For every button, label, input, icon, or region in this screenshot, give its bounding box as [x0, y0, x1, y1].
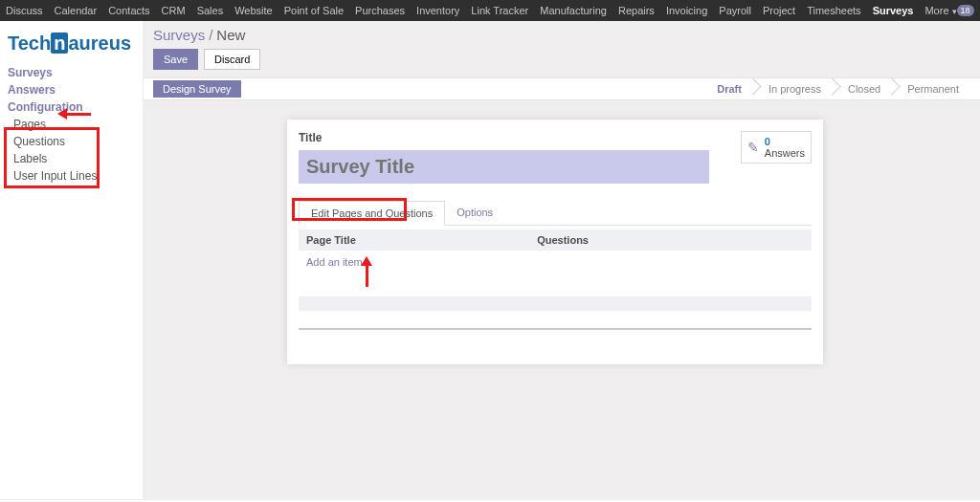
- form-canvas: Title ✎ 0 Answers Edit Pages and Questio…: [144, 100, 980, 499]
- messaging-badge[interactable]: 18: [957, 5, 974, 16]
- discard-button[interactable]: Discard: [204, 49, 260, 70]
- menu-surveys[interactable]: Surveys: [873, 5, 914, 16]
- topbar-right: 18 21 🐞 Administrator (test): [957, 4, 980, 17]
- edit-icon: ✎: [747, 140, 759, 155]
- menu-manufacturing[interactable]: Manufacturing: [540, 5, 607, 16]
- breadcrumb-root[interactable]: Surveys: [153, 27, 205, 43]
- save-button[interactable]: Save: [153, 49, 198, 70]
- sidebar-item-questions[interactable]: Questions: [8, 133, 135, 150]
- sidebar: Technaureus Surveys Answers Configuratio…: [0, 21, 144, 499]
- sidebar-item-pages[interactable]: Pages: [8, 116, 135, 133]
- sidebar-item-labels[interactable]: Labels: [8, 150, 135, 167]
- survey-title-input[interactable]: [299, 150, 709, 184]
- stage-in-progress[interactable]: In progress: [753, 77, 833, 100]
- top-menu: Discuss Calendar Contacts CRM Sales Webs…: [6, 5, 957, 16]
- menu-more[interactable]: More ▾: [924, 5, 956, 16]
- menu-timesheets[interactable]: Timesheets: [807, 5, 860, 16]
- stage-draft[interactable]: Draft: [702, 77, 753, 100]
- menu-calendar[interactable]: Calendar: [55, 5, 98, 16]
- answers-count: 0: [765, 136, 805, 147]
- stage-permanent[interactable]: Permanent: [892, 77, 970, 100]
- answers-label: Answers: [765, 147, 805, 159]
- top-navbar: Discuss Calendar Contacts CRM Sales Webs…: [0, 0, 980, 21]
- menu-sales[interactable]: Sales: [197, 5, 224, 16]
- menu-website[interactable]: Website: [234, 5, 273, 16]
- menu-contacts[interactable]: Contacts: [108, 5, 149, 16]
- menu-discuss[interactable]: Discuss: [6, 5, 43, 16]
- menu-pos[interactable]: Point of Sale: [284, 5, 344, 16]
- answers-counter-button[interactable]: ✎ 0 Answers: [741, 131, 812, 164]
- menu-project[interactable]: Project: [763, 5, 795, 16]
- col-questions: Questions: [529, 229, 812, 251]
- breadcrumb-current: New: [216, 27, 245, 43]
- menu-payroll[interactable]: Payroll: [719, 5, 751, 16]
- sidebar-item-user-input-lines[interactable]: User Input Lines: [8, 167, 135, 185]
- tab-options[interactable]: Options: [445, 201, 504, 225]
- menu-purchases[interactable]: Purchases: [355, 5, 405, 16]
- stage-closed[interactable]: Closed: [833, 77, 892, 100]
- form-sheet: Title ✎ 0 Answers Edit Pages and Questio…: [287, 120, 823, 364]
- sidebar-item-answers[interactable]: Answers: [8, 81, 135, 98]
- main-area: Surveys / New Save Discard Design Survey…: [144, 21, 980, 499]
- breadcrumb: Surveys / New: [144, 21, 980, 45]
- menu-repairs[interactable]: Repairs: [618, 5, 655, 16]
- menu-link-tracker[interactable]: Link Tracker: [471, 5, 528, 16]
- sidebar-item-surveys[interactable]: Surveys: [8, 64, 135, 81]
- title-label: Title: [299, 131, 731, 144]
- design-survey-button[interactable]: Design Survey: [153, 80, 241, 98]
- add-an-item-link[interactable]: Add an item: [299, 251, 529, 273]
- logo: Technaureus: [8, 27, 135, 64]
- annotation-arrow-add-item: [364, 258, 371, 287]
- annotation-arrow-sidebar: [62, 110, 96, 118]
- status-bar: Design Survey Draft In progress Closed P…: [144, 77, 980, 100]
- menu-invoicing[interactable]: Invoicing: [666, 5, 707, 16]
- menu-crm[interactable]: CRM: [162, 5, 186, 16]
- status-stages: Draft In progress Closed Permanent: [702, 77, 970, 100]
- col-page-title: Page Title: [299, 229, 529, 251]
- tab-edit-pages[interactable]: Edit Pages and Questions: [299, 201, 445, 226]
- pages-grid: Page Title Questions Add an item: [299, 229, 812, 336]
- form-tabs: Edit Pages and Questions Options: [299, 201, 812, 226]
- action-buttons: Save Discard: [144, 45, 980, 77]
- menu-inventory[interactable]: Inventory: [416, 5, 459, 16]
- breadcrumb-separator: /: [209, 27, 212, 43]
